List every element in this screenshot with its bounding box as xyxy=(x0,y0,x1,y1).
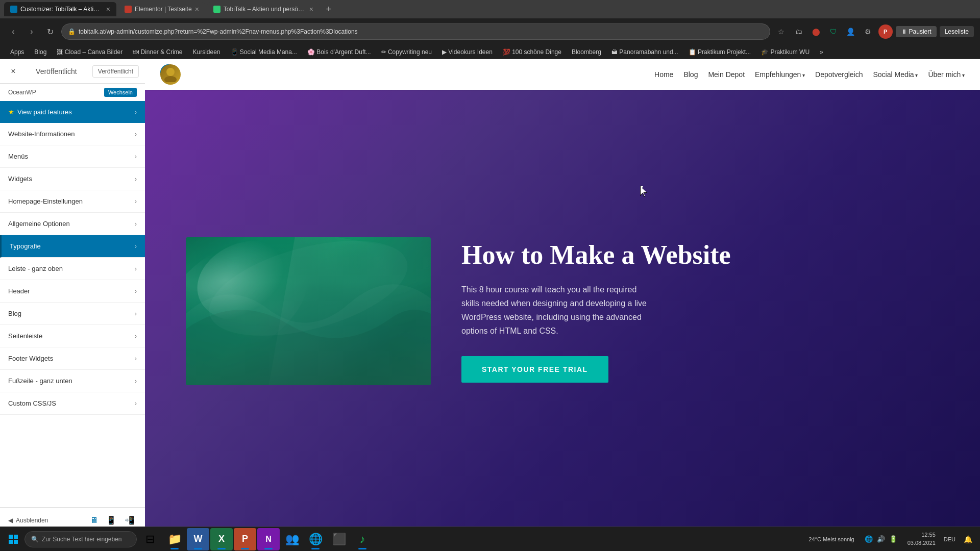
bookmark-copy[interactable]: ✏ Copywriting neu xyxy=(377,47,436,57)
toolbar-icons: ☆ 🗂 ⬤ 🛡 👤 ⚙ P ⏸ Pausiert Leseliste xyxy=(774,24,974,39)
taskbar-spotify[interactable]: ♪ xyxy=(351,528,374,550)
taskbar-excel[interactable]: X xyxy=(210,528,233,550)
forward-button[interactable]: › xyxy=(24,24,39,39)
sys-icons: 24°C Meist sonnig xyxy=(804,536,858,542)
bookmark-dinner[interactable]: 🍽 Dinner & Crime xyxy=(129,47,186,57)
hide-button[interactable]: ◀ Ausblenden xyxy=(8,517,48,524)
taskbar-terminal[interactable]: ⬛ xyxy=(328,528,350,550)
tab-tobitalk[interactable]: TobiTalk – Aktien und persönlich... × xyxy=(207,2,320,16)
sidebar-item-website-informationen[interactable]: Website-Informationen › xyxy=(0,123,145,145)
bookmark-praktikum2[interactable]: 🎓 Praktikum WU xyxy=(757,47,814,57)
back-button[interactable]: ‹ xyxy=(6,24,20,39)
sidebar-item-allgemeine-optionen[interactable]: Allgemeine Optionen › xyxy=(0,213,145,235)
sidebar-item-homepage-einstellungen[interactable]: Homepage-Einstellungen › xyxy=(0,190,145,213)
sidebar-item-footer-widgets[interactable]: Footer Widgets › xyxy=(0,347,145,370)
star-button[interactable]: ☆ xyxy=(774,24,789,39)
refresh-button[interactable]: ↻ xyxy=(43,24,57,39)
sidebar-item-header[interactable]: Header › xyxy=(0,280,145,303)
notifications-button[interactable]: 🔔 xyxy=(960,531,976,547)
tablet-view-button[interactable]: 📱 xyxy=(104,513,118,527)
nav-social-media[interactable]: Social Media xyxy=(873,70,918,79)
browser-chrome: Customizer: TobiTalk – Aktien un... × El… xyxy=(0,0,980,45)
address-text: tobitalk.at/wp-admin/customize.php?retur… xyxy=(79,28,358,35)
shield-button[interactable]: 🛡 xyxy=(826,24,841,39)
sidebar-item-paid-features[interactable]: ★ View paid features › xyxy=(0,101,145,123)
weather-text: 24°C Meist sonnig xyxy=(808,536,854,542)
desktop-view-button[interactable]: 🖥 xyxy=(88,513,100,527)
pause-button[interactable]: ⏸ Pausiert xyxy=(896,26,937,37)
network-icon[interactable]: 🌐 xyxy=(865,535,873,543)
bookmark-video[interactable]: ▶ Videokurs Ideen xyxy=(438,47,497,57)
taskbar-file-explorer[interactable]: 📁 xyxy=(163,528,186,550)
nav-uber-mich[interactable]: Über mich xyxy=(928,70,965,79)
sidebar-close-button[interactable]: × xyxy=(6,64,20,79)
publish-button-label: Veröffentlicht xyxy=(98,68,133,75)
bookmark-bloomberg[interactable]: Bloomberg xyxy=(568,47,605,57)
sidebar-header: × Veröffentlicht Veröffentlicht xyxy=(0,59,145,84)
tab-elementor[interactable]: Elementor | Testseite × xyxy=(118,2,205,16)
cta-button[interactable]: START YOUR FREE TRIAL xyxy=(461,356,608,383)
taskbar-search[interactable]: 🔍 Zur Suche Text hier eingeben xyxy=(24,531,137,547)
taskbar-edge[interactable]: 🌐 xyxy=(304,528,327,550)
nav-empfehlungen[interactable]: Empfehlungen xyxy=(755,70,805,79)
volume-icon[interactable]: 🔊 xyxy=(877,535,885,543)
taskbar: 🔍 Zur Suche Text hier eingeben ⊟ 📁 W X P… xyxy=(0,527,980,551)
sidebar-item-fusszeile-ganz-unten[interactable]: Fußzeile - ganz unten › xyxy=(0,370,145,392)
profile-avatar[interactable]: P xyxy=(878,24,893,39)
tab-close-1[interactable]: × xyxy=(106,5,110,13)
taskbar-clock[interactable]: 12:55 03.08.2021 xyxy=(903,531,940,547)
bookmark-apps[interactable]: Apps xyxy=(6,47,28,57)
bookmarks-bar: Apps Blog 🖼 Cload – Canva Bilder 🍽 Dinne… xyxy=(0,45,980,59)
nav-home[interactable]: Home xyxy=(654,70,673,79)
bookmark-cload[interactable]: 🖼 Cload – Canva Bilder xyxy=(53,47,127,57)
sidebar-item-menus[interactable]: Menüs › xyxy=(0,145,145,168)
read-mode-button[interactable]: Leseliste xyxy=(940,26,974,37)
nav-blog[interactable]: Blog xyxy=(683,70,698,79)
bookmark-blog[interactable]: Blog xyxy=(30,47,51,57)
settings-button[interactable]: ⚙ xyxy=(861,24,875,39)
taskbar-teams[interactable]: 👥 xyxy=(281,528,303,550)
taskbar-powerpoint[interactable]: P xyxy=(234,528,256,550)
address-bar[interactable]: 🔒 tobitalk.at/wp-admin/customize.php?ret… xyxy=(61,23,770,40)
account-button[interactable]: 👤 xyxy=(844,24,858,39)
tab-close-3[interactable]: × xyxy=(309,5,313,13)
nav-depot[interactable]: Mein Depot xyxy=(708,70,745,79)
chevron-right-icon: › xyxy=(135,131,137,138)
switch-theme-button[interactable]: Wechseln xyxy=(104,88,137,97)
nav-depotvergleich[interactable]: Depotvergleich xyxy=(815,70,863,79)
hero-section: How to Make a Website This 8 hour course… xyxy=(145,90,980,533)
sidebar-item-seitenleiste[interactable]: Seitenleiste › xyxy=(0,325,145,347)
collections-button[interactable]: 🗂 xyxy=(792,24,806,39)
bookmark-100[interactable]: 💯 100 schöne Dinge xyxy=(499,47,566,57)
bookmark-social[interactable]: 📱 Social Media Mana... xyxy=(227,47,301,57)
bookmark-panorama[interactable]: 🏔 Panoramabahn und... xyxy=(607,47,682,57)
edit-overlay: ✏ xyxy=(160,64,191,85)
sidebar-item-leiste-ganz-oben[interactable]: Leiste - ganz oben › xyxy=(0,258,145,280)
start-button[interactable] xyxy=(4,530,22,548)
sidebar-item-typografie[interactable]: Typografie › xyxy=(0,235,145,258)
tab-customizer[interactable]: Customizer: TobiTalk – Aktien un... × xyxy=(4,2,116,16)
bookmark-praktikum1[interactable]: 📋 Praktikum Projekt... xyxy=(684,47,755,57)
tab-close-2[interactable]: × xyxy=(195,5,199,13)
taskbar-onenote[interactable]: N xyxy=(257,528,280,550)
sidebar-item-label: Widgets xyxy=(8,175,32,183)
bookmark-bois[interactable]: 🌸 Bois d'Argent Duft... xyxy=(303,47,375,57)
taskbar-taskview[interactable]: ⊟ xyxy=(139,528,161,550)
sidebar-item-blog[interactable]: Blog › xyxy=(0,303,145,325)
star-icon: ★ xyxy=(8,108,14,116)
mobile-view-button[interactable]: 📲 xyxy=(122,513,137,527)
tab-title-3: TobiTalk – Aktien und persönlich... xyxy=(224,6,306,13)
sidebar-item-custom-css-js[interactable]: Custom CSS/JS › xyxy=(0,392,145,415)
onenote-icon: N xyxy=(265,535,272,544)
switch-theme-label: Wechseln xyxy=(108,89,133,95)
bookmark-more[interactable]: » xyxy=(816,47,827,57)
sidebar-item-widgets[interactable]: Widgets › xyxy=(0,168,145,190)
bookmark-kursideen[interactable]: Kursideen xyxy=(188,47,224,57)
taskbar-word[interactable]: W xyxy=(187,528,209,550)
publish-button[interactable]: Veröffentlicht xyxy=(92,65,139,78)
new-tab-button[interactable]: + xyxy=(322,2,336,16)
chevron-right-icon: › xyxy=(135,220,137,228)
date-display: 03.08.2021 xyxy=(908,539,936,547)
extensions-button[interactable]: ⬤ xyxy=(809,24,823,39)
sidebar-item-label: Blog xyxy=(8,310,21,317)
